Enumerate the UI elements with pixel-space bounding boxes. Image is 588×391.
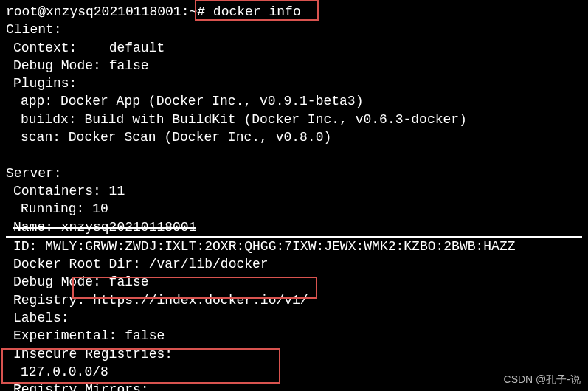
server-running: Running: 10 — [6, 200, 582, 218]
server-header: Server: — [6, 165, 582, 182]
command: docker info — [213, 4, 301, 19]
strike-text: Name: xnzysq20210118001 — [13, 218, 196, 236]
mirrors-header: Registry Mirrors: — [6, 381, 582, 391]
debug-value: false — [109, 58, 149, 73]
server-experimental: Experimental: false — [6, 327, 582, 345]
server-debug-mode: Debug Mode: false — [6, 273, 582, 291]
client-header: Client: — [6, 21, 582, 38]
watermark: CSDN @孔子-说 — [504, 373, 581, 387]
plugin-scan: scan: Docker Scan (Docker Inc., v0.8.0) — [6, 128, 582, 146]
client-context: Context: default — [6, 39, 582, 57]
client-debug: Debug Mode: false — [6, 57, 582, 75]
debug-label: Debug Mode: — [13, 58, 101, 73]
insecure-value: 127.0.0.0/8 — [6, 363, 582, 381]
plugin-app: app: Docker App (Docker Inc., v0.9.1-bet… — [6, 92, 582, 110]
terminal-prompt-line[interactable]: root@xnzysq20210118001:~# docker info — [6, 3, 582, 21]
context-value: default — [109, 41, 165, 55]
insecure-header: Insecure Registries: — [6, 345, 582, 363]
server-containers: Containers: 11 — [6, 182, 582, 200]
blank-line — [6, 146, 582, 164]
server-labels: Labels: — [6, 309, 582, 327]
plugins-header: Plugins: — [6, 75, 582, 92]
server-id: ID: MWLY:GRWW:ZWDJ:IXLT:2OXR:QHGG:7IXW:J… — [6, 238, 582, 255]
server-name-strike: Name: xnzysq20210118001 — [6, 218, 582, 236]
prompt: root@xnzysq20210118001:~# — [6, 4, 205, 19]
context-label: Context: — [13, 41, 77, 55]
server-root-dir: Docker Root Dir: /var/lib/docker — [6, 255, 582, 273]
plugin-buildx: buildx: Build with BuildKit (Docker Inc.… — [6, 111, 582, 128]
server-registry: Registry: https://index.docker.io/v1/ — [6, 291, 582, 309]
